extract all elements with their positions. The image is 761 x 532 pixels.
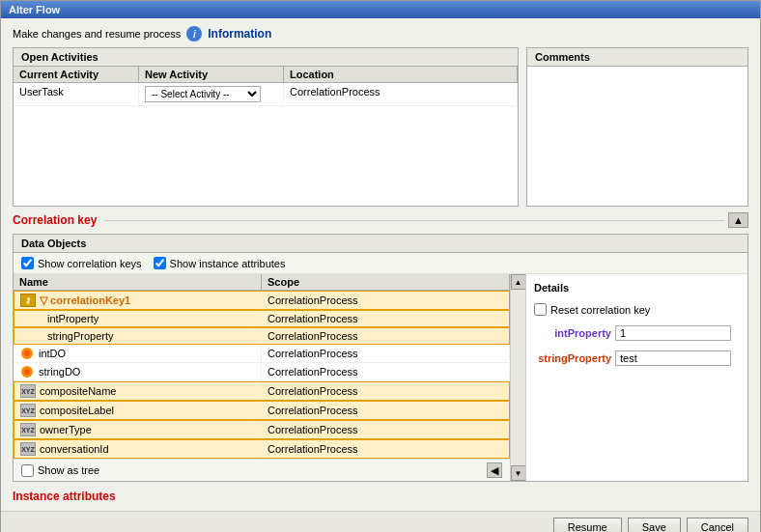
row-name-1: intProperty bbox=[47, 313, 99, 324]
correlation-key-row: Correlation key ▲ bbox=[13, 212, 748, 228]
data-row-compositeName[interactable]: XYZ compositeName CorrelationProcess bbox=[14, 381, 510, 401]
row-name-4: stringDO bbox=[39, 366, 80, 378]
row-name-0: ▽ correlationKey1 bbox=[40, 294, 130, 307]
cell-current-activity: UserTask bbox=[14, 83, 139, 105]
row-scope-5: CorrelationProcess bbox=[268, 385, 358, 397]
dialog-title: Alter Flow bbox=[9, 4, 60, 15]
title-bar: Alter Flow bbox=[1, 1, 760, 18]
dialog-content: Make changes and resume process i Inform… bbox=[1, 18, 760, 511]
data-cell-name-6: XYZ compositeLabel bbox=[14, 402, 262, 419]
scroll-down-btn[interactable]: ▼ bbox=[511, 465, 526, 481]
show-correlation-keys-label[interactable]: Show correlation keys bbox=[21, 257, 142, 269]
data-cell-name-8: XYZ conversationId bbox=[14, 440, 262, 458]
show-as-tree-checkbox[interactable] bbox=[21, 464, 34, 477]
top-row: Make changes and resume process i Inform… bbox=[13, 26, 748, 42]
data-cell-name-0: ⚷ ▽ correlationKey1 bbox=[14, 292, 262, 309]
xyz-icon-compositeName: XYZ bbox=[20, 384, 36, 398]
row-scope-0: CorrelationProcess bbox=[268, 294, 358, 306]
data-row-correlation-key[interactable]: ⚷ ▽ correlationKey1 CorrelationProcess bbox=[14, 291, 510, 310]
row-name-6: compositeLabel bbox=[40, 405, 114, 416]
data-table-container: Name Scope ⚷ ▽ correlationKey1 Correlati… bbox=[14, 274, 510, 481]
row-scope-8: CorrelationProcess bbox=[268, 443, 358, 455]
data-cell-scope-2: CorrelationProcess bbox=[262, 328, 509, 344]
data-table-header: Name Scope bbox=[14, 274, 510, 291]
instance-attributes-label: Instance attributes bbox=[13, 490, 116, 503]
save-button[interactable]: Save bbox=[628, 518, 681, 532]
row-name-3: intDO bbox=[39, 348, 66, 359]
show-correlation-keys-text: Show correlation keys bbox=[38, 258, 142, 269]
show-as-tree-label[interactable]: Show as tree bbox=[21, 464, 99, 477]
xyz-icon-compositeLabel: XYZ bbox=[20, 404, 36, 417]
row-scope-6: CorrelationProcess bbox=[268, 405, 358, 416]
data-objects-section: Data Objects Show correlation keys Show … bbox=[13, 234, 748, 482]
data-row-int-property[interactable]: intProperty CorrelationProcess bbox=[14, 310, 510, 327]
data-cell-scope-6: CorrelationProcess bbox=[262, 403, 509, 418]
reset-checkbox-label[interactable]: Reset correlation key bbox=[534, 303, 740, 316]
footer-buttons: Resume Save Cancel bbox=[1, 511, 760, 532]
int-property-input[interactable] bbox=[615, 325, 731, 341]
obj-icon-stringDO bbox=[19, 365, 35, 378]
scrollbar: ▲ ▼ bbox=[510, 274, 525, 481]
data-cell-scope-5: CorrelationProcess bbox=[262, 383, 509, 399]
cell-location: CorrelationProcess bbox=[284, 83, 518, 105]
open-activities-header: Current Activity New Activity Location bbox=[14, 67, 518, 83]
data-cell-scope-1: CorrelationProcess bbox=[262, 311, 509, 326]
bottom-toolbar: Show as tree ◀ bbox=[14, 459, 510, 481]
obj-icon-intDO bbox=[19, 347, 35, 360]
reset-label-text: Reset correlation key bbox=[550, 304, 650, 316]
collapse-button[interactable]: ▲ bbox=[728, 212, 748, 228]
data-table-body: ⚷ ▽ correlationKey1 CorrelationProcess bbox=[14, 291, 510, 459]
data-cell-scope-8: CorrelationProcess bbox=[262, 441, 509, 457]
string-property-input[interactable] bbox=[615, 350, 731, 366]
row-scope-2: CorrelationProcess bbox=[268, 330, 358, 342]
info-icon[interactable]: i bbox=[186, 26, 202, 42]
subtitle-text: Make changes and resume process bbox=[13, 28, 181, 40]
key-icon: ⚷ bbox=[20, 294, 36, 307]
open-activities-panel: Open Activities Current Activity New Act… bbox=[13, 47, 519, 207]
middle-section: Open Activities Current Activity New Act… bbox=[13, 47, 748, 207]
header-new-activity: New Activity bbox=[139, 67, 284, 82]
header-location: Location bbox=[284, 67, 518, 82]
resume-button[interactable]: Resume bbox=[553, 518, 622, 532]
xyz-icon-conversationId: XYZ bbox=[20, 442, 36, 456]
show-instance-attributes-checkbox[interactable] bbox=[154, 257, 166, 269]
scroll-right-btn[interactable]: ◀ bbox=[487, 462, 502, 478]
alter-flow-dialog: Alter Flow Make changes and resume proce… bbox=[0, 0, 761, 532]
comments-textarea[interactable] bbox=[527, 67, 747, 206]
data-row-stringDO[interactable]: stringDO CorrelationProcess bbox=[14, 363, 510, 381]
data-row-ownerType[interactable]: XYZ ownerType CorrelationProcess bbox=[14, 420, 510, 439]
show-correlation-keys-checkbox[interactable] bbox=[21, 257, 34, 269]
activity-row-0: UserTask -- Select Activity -- Correlati… bbox=[14, 83, 518, 106]
string-property-row: stringProperty bbox=[534, 350, 740, 366]
data-cell-name-7: XYZ ownerType bbox=[14, 421, 262, 438]
data-cell-name-3: intDO bbox=[14, 345, 262, 362]
data-row-conversationId[interactable]: XYZ conversationId CorrelationProcess bbox=[14, 439, 510, 459]
reset-correlation-key-checkbox[interactable] bbox=[534, 303, 547, 316]
int-property-label: intProperty bbox=[534, 327, 611, 339]
show-instance-attributes-text: Show instance attributes bbox=[170, 258, 286, 269]
data-col-scope: Scope bbox=[262, 274, 510, 290]
comments-panel: Comments bbox=[526, 47, 748, 207]
data-row-string-property[interactable]: stringProperty CorrelationProcess bbox=[14, 327, 510, 345]
show-instance-attributes-label[interactable]: Show instance attributes bbox=[154, 257, 286, 269]
open-activities-title: Open Activities bbox=[14, 48, 518, 67]
activity-select[interactable]: -- Select Activity -- bbox=[145, 86, 261, 102]
data-col-name: Name bbox=[14, 274, 262, 290]
cancel-button[interactable]: Cancel bbox=[687, 518, 748, 532]
row-scope-7: CorrelationProcess bbox=[268, 424, 358, 435]
int-property-row: intProperty bbox=[534, 325, 740, 341]
data-cell-name-2: stringProperty bbox=[14, 328, 262, 344]
data-cell-name-5: XYZ compositeName bbox=[14, 382, 262, 400]
row-scope-4: CorrelationProcess bbox=[268, 366, 358, 378]
data-objects-main: Name Scope ⚷ ▽ correlationKey1 Correlati… bbox=[14, 274, 747, 481]
cell-new-activity: -- Select Activity -- bbox=[139, 83, 284, 105]
comments-title: Comments bbox=[527, 48, 747, 67]
data-row-intDO[interactable]: intDO CorrelationProcess bbox=[14, 345, 510, 363]
data-cell-scope-4: CorrelationProcess bbox=[262, 364, 510, 379]
header-current-activity: Current Activity bbox=[14, 67, 139, 82]
string-property-label: stringProperty bbox=[534, 352, 611, 364]
data-row-compositeLabel[interactable]: XYZ compositeLabel CorrelationProcess bbox=[14, 401, 510, 420]
row-name-7: ownerType bbox=[40, 424, 92, 435]
scroll-up-btn[interactable]: ▲ bbox=[511, 274, 526, 290]
data-objects-toolbar: Show correlation keys Show instance attr… bbox=[14, 253, 747, 274]
